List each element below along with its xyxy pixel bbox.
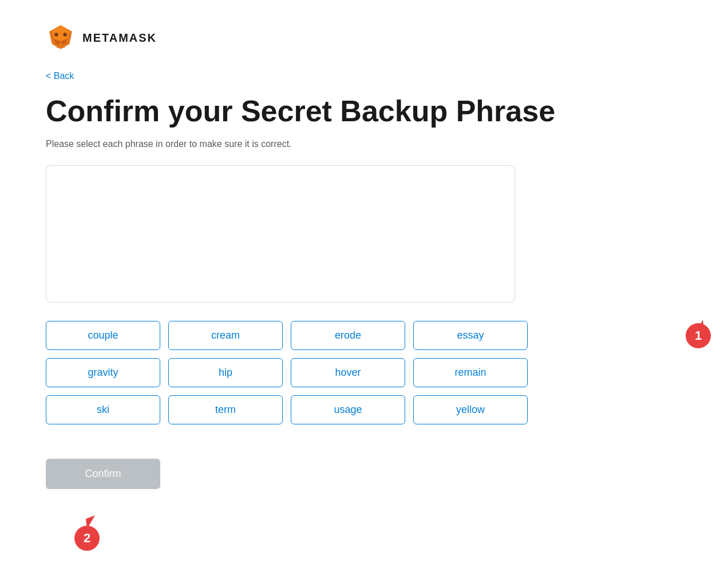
phrase-selection-box: [46, 165, 515, 303]
svg-point-6: [54, 33, 58, 37]
word-btn-remain[interactable]: remain: [413, 358, 528, 387]
word-btn-hip[interactable]: hip: [168, 358, 283, 387]
word-grid-wrapper: 1 couple cream erode essay gravity hip h…: [46, 321, 674, 424]
word-btn-usage[interactable]: usage: [291, 395, 405, 424]
word-btn-hover[interactable]: hover: [291, 358, 405, 387]
word-btn-cream[interactable]: cream: [168, 321, 283, 350]
word-btn-ski[interactable]: ski: [46, 395, 160, 424]
metamask-logo-icon: [46, 23, 76, 53]
word-btn-gravity[interactable]: gravity: [46, 358, 160, 387]
confirm-row: Confirm 2: [46, 459, 515, 489]
word-btn-erode[interactable]: erode: [291, 321, 405, 350]
subtitle: Please select each phrase in order to ma…: [46, 139, 674, 149]
word-btn-essay[interactable]: essay: [413, 321, 528, 350]
word-btn-yellow[interactable]: yellow: [413, 395, 528, 424]
back-link[interactable]: < Back: [46, 71, 74, 81]
header: METAMASK: [46, 23, 674, 53]
word-grid: couple cream erode essay gravity hip hov…: [46, 321, 515, 424]
badge-2: 2: [74, 526, 100, 551]
word-btn-couple[interactable]: couple: [46, 321, 160, 350]
badge-1: 1: [686, 323, 711, 348]
page-title: Confirm your Secret Backup Phrase: [46, 95, 674, 128]
metamask-logo-text: METAMASK: [82, 31, 157, 45]
svg-point-7: [63, 33, 66, 37]
word-btn-term[interactable]: term: [168, 395, 283, 424]
confirm-button[interactable]: Confirm: [46, 459, 160, 489]
